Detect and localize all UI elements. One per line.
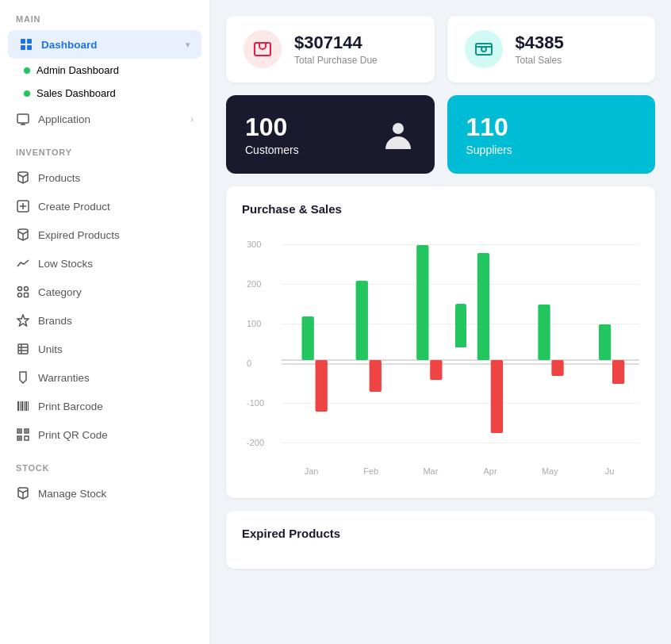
svg-rect-44 [370,360,382,392]
y-label-100: 100 [247,319,261,328]
svg-rect-52 [612,360,624,384]
svg-rect-45 [416,245,428,360]
svg-rect-25 [25,401,27,411]
main-content: $307144 Total Purchase Due $4385 Total S… [210,0,671,644]
purchase-due-info: $307144 Total Purchase Due [294,33,378,66]
sidebar-item-products[interactable]: Products [0,163,209,192]
chevron-down-icon: ▾ [186,40,190,50]
svg-point-12 [18,287,22,291]
sidebar-item-sales-dashboard[interactable]: Sales Dashboard [0,82,209,105]
create-product-icon [16,199,30,213]
active-dot-icon [24,67,30,74]
sidebar-item-application[interactable]: Application › [0,105,209,133]
svg-rect-49 [538,305,550,360]
print-qr-label: Print QR Code [38,429,194,441]
person-icon [381,117,416,152]
sidebar-item-admin-dashboard[interactable]: Admin Dashboard [0,59,209,82]
svg-rect-33 [25,436,29,440]
svg-rect-1 [27,39,32,44]
create-product-label: Create Product [38,201,194,213]
sidebar-item-units[interactable]: Units [0,335,209,363]
svg-rect-32 [19,438,20,439]
svg-rect-46 [430,360,442,380]
suppliers-info: 110 Suppliers [466,113,512,156]
svg-rect-51 [599,324,611,360]
print-qr-icon [16,427,30,442]
main-section-label: Main [0,0,209,30]
expired-products-title: Expired Products [242,527,639,540]
customers-banner: 100 Customers [226,95,435,174]
sidebar-item-print-qr[interactable]: Print QR Code [0,420,209,449]
sidebar-item-warranties[interactable]: Warranties [0,363,209,392]
sidebar-item-brands[interactable]: Brands [0,306,209,335]
print-barcode-icon [16,399,30,413]
sidebar-item-manage-stock[interactable]: Manage Stock [0,479,209,508]
svg-rect-30 [19,431,20,431]
svg-marker-16 [17,315,29,326]
x-label-feb: Feb [341,460,401,482]
svg-rect-50 [551,360,563,376]
products-icon [16,171,30,185]
x-label-jan: Jan [282,460,341,482]
sidebar-item-dashboard[interactable]: Dashboard ▾ [8,30,201,59]
dashboard-icon [19,37,33,52]
purchase-due-card: $307144 Total Purchase Due [226,16,435,82]
print-barcode-label: Print Barcode [38,401,194,412]
svg-rect-43 [356,281,368,360]
sales-icon-circle [465,30,503,68]
sidebar-item-expired-products[interactable]: Expired Products [0,220,209,249]
x-label-jun: Ju [580,460,639,482]
expired-products-section: Expired Products [226,511,655,569]
sidebar-item-low-stocks[interactable]: Low Stocks [0,249,209,278]
expired-products-label: Expired Products [38,229,194,241]
manage-stock-label: Manage Stock [38,488,194,500]
sidebar-item-create-product[interactable]: Create Product [0,192,209,220]
y-label-0: 0 [247,358,251,368]
svg-rect-4 [17,114,29,123]
total-sales-card: $4385 Total Sales [447,16,656,82]
svg-point-14 [18,293,22,297]
purchase-due-value: $307144 [294,33,378,53]
x-label-mar: Mar [401,460,460,482]
sales-dashboard-label: Sales Dashboard [36,87,116,99]
sidebar-item-print-barcode[interactable]: Print Barcode [0,392,209,420]
y-label-300: 300 [247,240,261,249]
svg-rect-22 [20,401,21,411]
chart-title: Purchase & Sales [242,202,639,216]
purchase-sales-chart-section: Purchase & Sales 300 200 100 0 -1 [226,186,655,498]
svg-rect-48 [491,360,503,433]
purchase-due-label: Total Purchase Due [294,55,378,66]
expired-products-icon [16,228,30,242]
units-label: Units [38,343,194,355]
low-stocks-icon [16,256,30,270]
x-labels: Jan Feb Mar Apr May Ju [282,460,639,482]
svg-rect-17 [18,344,28,354]
total-sales-value: $4385 [516,33,564,53]
svg-rect-41 [302,316,314,360]
y-label-n200: -200 [247,438,264,447]
sidebar: Main Dashboard ▾ Admin Dashboard Sales D… [0,0,210,644]
customers-label: Customers [245,144,299,156]
dashboard-label: Dashboard [41,39,178,51]
y-label-n100: -100 [247,398,264,408]
warranties-icon [16,370,30,385]
sidebar-item-category[interactable]: Category [0,278,209,306]
svg-point-39 [393,123,404,134]
banner-row: 100 Customers 110 Suppliers [226,95,655,174]
bar-chart: 300 200 100 0 -100 -200 [242,228,639,482]
x-label-apr: Apr [461,460,520,482]
x-label-may: May [520,460,580,482]
customers-info: 100 Customers [245,113,299,156]
svg-rect-26 [28,401,29,411]
svg-rect-0 [21,39,25,44]
svg-rect-47 [477,253,489,360]
application-label: Application [38,113,182,125]
y-label-200: 200 [247,279,261,289]
suppliers-label: Suppliers [466,144,512,156]
admin-dashboard-label: Admin Dashboard [36,64,119,76]
chevron-right-icon: › [190,114,194,124]
products-label: Products [38,172,194,184]
inventory-section-label: Inventory [0,133,209,163]
purchase-icon-circle [243,30,282,68]
svg-rect-36 [476,44,492,55]
